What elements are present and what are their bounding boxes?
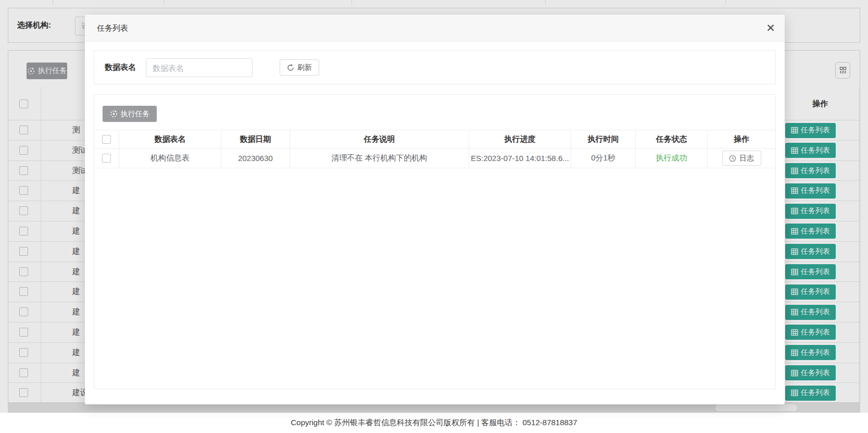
- log-button[interactable]: 日志: [722, 151, 761, 166]
- modal-table-row: 机构信息表 20230630 清理不在 本行机构下的机构 ES:2023-07-…: [94, 149, 775, 168]
- header-operation: 操作: [708, 130, 775, 148]
- log-label: 日志: [739, 154, 754, 163]
- page-footer: Copyright © 苏州银丰睿哲信息科技有限公司版权所有 | 客服电话： 0…: [0, 413, 868, 433]
- cell-duration: 0分1秒: [571, 149, 636, 168]
- row-checkbox[interactable]: [102, 154, 111, 163]
- task-list-modal: 任务列表 ✕ 数据表名 刷新 执行任务: [85, 15, 785, 404]
- header-data-date: 数据日期: [221, 130, 290, 148]
- refresh-icon: [287, 64, 294, 71]
- cell-table-name: 机构信息表: [119, 149, 221, 168]
- cell-operation: 日志: [708, 149, 775, 168]
- modal-header: 任务列表 ✕: [85, 15, 785, 42]
- header-table-name: 数据表名: [119, 130, 221, 148]
- status-success-text: 执行成功: [656, 153, 687, 163]
- refresh-button[interactable]: 刷新: [280, 59, 319, 76]
- screen: 选择机构: 请 执行任务: [0, 0, 868, 433]
- cell-progress: ES:2023-07-10 14:01:58.6...: [469, 149, 571, 168]
- execute-task-icon-slot: [110, 110, 118, 118]
- modal-table-header-row: 数据表名 数据日期 任务说明 执行进度 执行时间 任务状态 操作: [94, 130, 775, 149]
- header-duration: 执行时间: [571, 130, 636, 148]
- cell-description: 清理不在 本行机构下的机构: [290, 149, 469, 168]
- table-name-input[interactable]: [146, 58, 253, 77]
- modal-table-section: 执行任务 数据表名 数据日期 任务说明 执行进度 执行时间 任务状态 操作 机构…: [94, 94, 776, 389]
- cell-data-date: 20230630: [221, 149, 290, 168]
- modal-search-section: 数据表名 刷新: [94, 50, 776, 84]
- copyright-text: Copyright © 苏州银丰睿哲信息科技有限公司版权所有 | 客服电话： 0…: [291, 418, 577, 428]
- modal-title: 任务列表: [97, 15, 128, 42]
- refresh-label: 刷新: [297, 63, 312, 72]
- header-progress: 执行进度: [469, 130, 571, 148]
- header-status: 任务状态: [636, 130, 708, 148]
- close-icon[interactable]: ✕: [764, 22, 777, 34]
- modal-execute-task-button[interactable]: 执行任务: [103, 106, 157, 122]
- modal-execute-task-label: 执行任务: [121, 109, 150, 119]
- table-name-label: 数据表名: [105, 51, 136, 84]
- clock-icon: [729, 155, 736, 162]
- header-description: 任务说明: [290, 130, 469, 148]
- execute-task-icon: [110, 110, 118, 118]
- header-checkbox-cell: [94, 130, 119, 148]
- cell-status: 执行成功: [636, 149, 708, 168]
- row-checkbox-cell: [94, 149, 119, 168]
- modal-task-table: 数据表名 数据日期 任务说明 执行进度 执行时间 任务状态 操作 机构信息表 2…: [94, 130, 775, 168]
- modal-select-all-checkbox[interactable]: [102, 135, 111, 144]
